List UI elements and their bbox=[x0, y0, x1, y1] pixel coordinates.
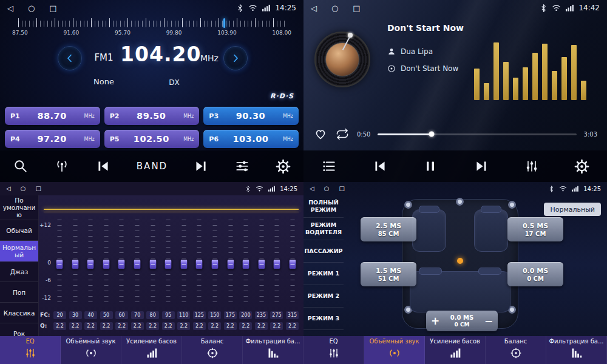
recents-icon[interactable]: □ bbox=[49, 4, 56, 12]
surround-mode-item[interactable]: ПОЛНЫЙ РЕЖИМ bbox=[304, 195, 344, 218]
surround-mode-item[interactable]: ПАССАЖИР bbox=[304, 240, 344, 263]
increase-delay-button[interactable]: + bbox=[426, 311, 444, 331]
back-icon[interactable]: ◁ bbox=[311, 4, 317, 12]
eq-preset-item[interactable]: Поп bbox=[0, 282, 38, 303]
front-left-delay-button[interactable]: 2.5 MS 85 CM bbox=[361, 217, 416, 241]
eq-band-slider[interactable] bbox=[178, 217, 190, 309]
eq-band-slider[interactable] bbox=[100, 217, 112, 309]
previous-track-button[interactable] bbox=[370, 156, 390, 177]
eq-band-slider[interactable] bbox=[209, 217, 221, 309]
settings-button[interactable] bbox=[572, 157, 592, 177]
eq-band-slider[interactable] bbox=[271, 217, 283, 309]
surround-mode-item[interactable]: РЕЖИМ 3 bbox=[304, 308, 344, 330]
slider-knob[interactable] bbox=[149, 259, 157, 269]
settings-button[interactable] bbox=[273, 157, 293, 177]
home-icon[interactable]: ○ bbox=[28, 4, 35, 12]
eq-preset-item[interactable]: Джаз bbox=[0, 261, 38, 282]
decrease-delay-button[interactable]: − bbox=[480, 311, 498, 331]
preset-button-p2[interactable]: P289.50MHz bbox=[104, 107, 200, 125]
tab-filter[interactable]: Фильтрация ба... bbox=[243, 336, 304, 364]
tab-surround-sound[interactable]: Объёмный звук bbox=[364, 336, 425, 364]
slider-knob[interactable] bbox=[195, 259, 203, 269]
back-icon[interactable]: ◁ bbox=[6, 186, 11, 192]
surround-mode-item[interactable]: РЕЖИМ 2 bbox=[304, 285, 344, 308]
preset-button-p5[interactable]: P5102.50MHz bbox=[104, 130, 200, 148]
band-button[interactable]: BAND bbox=[134, 158, 170, 174]
preset-button-p4[interactable]: P497.20MHz bbox=[5, 130, 100, 148]
eq-band-slider[interactable] bbox=[69, 217, 81, 309]
tab-bass-boost[interactable]: Усиление басов bbox=[121, 336, 182, 364]
home-icon[interactable]: ○ bbox=[21, 186, 26, 192]
slider-knob[interactable] bbox=[102, 259, 110, 269]
auto-scan-button[interactable] bbox=[52, 156, 72, 177]
eq-band-slider[interactable] bbox=[240, 217, 252, 309]
slider-knob[interactable] bbox=[242, 259, 250, 269]
tab-surround-sound[interactable]: Объёмный звук bbox=[61, 336, 121, 364]
eq-preset-item[interactable]: Обычай bbox=[0, 220, 38, 241]
slider-knob[interactable] bbox=[87, 259, 95, 269]
tab-balance[interactable]: Баланс bbox=[182, 336, 243, 364]
repeat-button[interactable] bbox=[335, 127, 350, 141]
slider-knob[interactable] bbox=[226, 259, 234, 269]
slider-knob[interactable] bbox=[211, 259, 219, 269]
eq-band-slider[interactable] bbox=[84, 217, 97, 309]
favorite-button[interactable] bbox=[313, 127, 328, 141]
eq-band-slider[interactable] bbox=[225, 217, 237, 309]
surround-mode-item[interactable]: РЕЖИМ 1 bbox=[304, 263, 344, 285]
audio-settings-button[interactable] bbox=[232, 156, 253, 177]
sound-profile-button[interactable]: Нормальный bbox=[544, 203, 601, 216]
eq-band-slider[interactable] bbox=[162, 217, 174, 309]
back-icon[interactable]: ◁ bbox=[310, 186, 314, 192]
tab-balance[interactable]: Баланс bbox=[486, 336, 546, 364]
eq-band-slider[interactable] bbox=[147, 217, 159, 309]
slider-knob[interactable] bbox=[71, 259, 79, 269]
eq-band-slider[interactable] bbox=[287, 217, 299, 309]
slider-knob[interactable] bbox=[288, 259, 296, 269]
slider-knob[interactable] bbox=[164, 259, 172, 269]
recents-icon[interactable]: □ bbox=[353, 4, 360, 12]
next-track-button[interactable] bbox=[471, 156, 492, 177]
slider-knob[interactable] bbox=[133, 259, 141, 269]
slider-knob[interactable] bbox=[180, 259, 188, 269]
eq-band-slider[interactable] bbox=[193, 217, 205, 309]
frequency-scale[interactable]: 87.5091.6095.7099.80103.90108.00 bbox=[8, 18, 295, 39]
slider-knob[interactable] bbox=[273, 259, 281, 269]
tab-filter[interactable]: Фильтрация ба... bbox=[546, 336, 607, 364]
rear-left-delay-button[interactable]: 1.5 MS 51 CM bbox=[361, 262, 416, 286]
seek-bar[interactable] bbox=[378, 133, 576, 135]
eq-preset-item[interactable]: По умолчанию bbox=[0, 195, 38, 220]
tune-up-button[interactable] bbox=[223, 46, 248, 70]
surround-mode-item[interactable]: РЕЖИМ ВОДИТЕЛЯ bbox=[304, 218, 344, 240]
next-station-button[interactable] bbox=[191, 156, 211, 177]
preset-button-p3[interactable]: P390.30MHz bbox=[203, 107, 299, 125]
slider-knob[interactable] bbox=[56, 259, 64, 269]
equalizer-button[interactable] bbox=[522, 157, 541, 176]
eq-preset-item[interactable]: Классика bbox=[0, 303, 38, 323]
eq-preset-item[interactable]: Рок bbox=[0, 323, 38, 336]
preset-button-p6[interactable]: P6103.00MHz bbox=[203, 130, 299, 148]
search-button[interactable] bbox=[10, 156, 31, 177]
eq-band-slider[interactable] bbox=[131, 217, 143, 309]
recents-icon[interactable]: □ bbox=[339, 186, 344, 192]
back-icon[interactable]: ◁ bbox=[7, 4, 13, 12]
preset-button-p1[interactable]: P188.70MHz bbox=[5, 107, 100, 125]
tab-bass-boost[interactable]: Усиление басов bbox=[425, 336, 486, 364]
seek-bar-knob[interactable] bbox=[429, 132, 434, 137]
previous-station-button[interactable] bbox=[93, 156, 114, 177]
recents-icon[interactable]: □ bbox=[35, 186, 41, 192]
eq-preset-item[interactable]: Нормальный bbox=[0, 241, 38, 261]
slider-knob[interactable] bbox=[118, 259, 126, 269]
home-icon[interactable]: ○ bbox=[331, 4, 338, 12]
eq-band-slider[interactable] bbox=[115, 217, 127, 309]
pause-button[interactable] bbox=[421, 157, 440, 176]
tune-down-button[interactable] bbox=[58, 46, 82, 70]
rear-right-delay-button[interactable]: 0.0 MS 0 CM bbox=[507, 262, 563, 286]
slider-knob[interactable] bbox=[257, 259, 265, 269]
front-right-delay-button[interactable]: 0.5 MS 17 CM bbox=[507, 217, 563, 241]
tab-eq-sliders[interactable]: EQ bbox=[304, 336, 364, 364]
home-icon[interactable]: ○ bbox=[324, 186, 330, 192]
eq-band-slider[interactable] bbox=[256, 217, 268, 309]
tab-eq-sliders[interactable]: EQ bbox=[0, 336, 61, 364]
playlist-button[interactable] bbox=[319, 156, 339, 177]
eq-band-slider[interactable] bbox=[53, 217, 66, 309]
